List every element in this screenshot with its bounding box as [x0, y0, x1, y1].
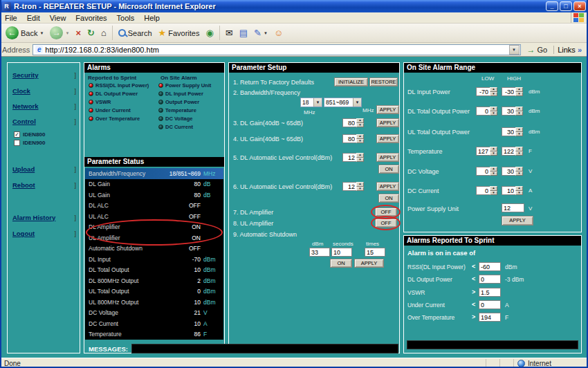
- spinner-arrows[interactable]: [490, 186, 497, 195]
- spinner-down-icon[interactable]: [356, 158, 364, 163]
- mail-button[interactable]: ✉: [223, 26, 236, 40]
- spinner-arrows[interactable]: [515, 186, 523, 195]
- messenger-button[interactable]: ☺: [271, 26, 286, 40]
- chevron-down-icon[interactable]: [264, 31, 268, 35]
- sidebar-item-label[interactable]: Security: [12, 71, 39, 79]
- sprint-threshold-input[interactable]: [479, 300, 501, 309]
- range-low-input[interactable]: [476, 107, 490, 116]
- apply-bandwidth-button[interactable]: APPLY: [376, 105, 399, 114]
- range-high-spinner[interactable]: [502, 127, 523, 136]
- sidebar-item-label[interactable]: Control: [12, 118, 36, 125]
- shutdown-dbm-input[interactable]: [309, 248, 330, 257]
- spinner-arrows[interactable]: [490, 107, 497, 116]
- ul-alc-spinner[interactable]: [342, 182, 364, 191]
- range-high-input[interactable]: [502, 186, 515, 195]
- dl-alc-on-button[interactable]: ON: [378, 165, 399, 174]
- spinner-arrows[interactable]: [356, 182, 364, 191]
- range-high-input[interactable]: [502, 127, 515, 136]
- menu-view[interactable]: View: [45, 13, 71, 23]
- sidebar-item-upload[interactable]: Upload]: [12, 165, 76, 173]
- dl-gain-spinner[interactable]: [342, 118, 364, 127]
- sidebar-item-label[interactable]: Network: [12, 102, 38, 110]
- frequency-select[interactable]: 851~869: [324, 98, 362, 107]
- shutdown-on-button[interactable]: ON: [330, 259, 352, 268]
- ul-alc-on-button[interactable]: ON: [378, 194, 399, 203]
- range-low-input[interactable]: [476, 186, 490, 195]
- spinner-down-icon[interactable]: [515, 92, 523, 97]
- sidebar-item-label[interactable]: Upload: [12, 165, 35, 173]
- sidebar-item-security[interactable]: Security]: [12, 71, 76, 79]
- spinner-arrows[interactable]: [356, 134, 364, 143]
- range-high-input[interactable]: [502, 167, 515, 176]
- sprint-threshold-input[interactable]: [479, 262, 501, 271]
- dl-gain-input[interactable]: [342, 118, 356, 127]
- range-high-input[interactable]: [502, 87, 515, 96]
- sprint-threshold-input[interactable]: [479, 288, 501, 297]
- links-bar[interactable]: Links »: [553, 46, 586, 54]
- restore-button[interactable]: RESTORE: [369, 77, 398, 86]
- menu-edit[interactable]: Edit: [22, 13, 45, 23]
- spinner-down-icon[interactable]: [515, 191, 523, 196]
- apply-dl-gain-button[interactable]: APPLY: [376, 118, 399, 127]
- iden800-checkbox[interactable]: [14, 131, 20, 138]
- apply-ul-alc-button[interactable]: APPLY: [376, 182, 399, 191]
- dl-amplifier-off-button[interactable]: OFF: [375, 208, 397, 217]
- sidebar-item-clock[interactable]: Clock]: [12, 87, 76, 95]
- maximize-button[interactable]: □: [560, 1, 572, 11]
- range-low-spinner[interactable]: [476, 107, 497, 116]
- spinner-down-icon[interactable]: [490, 191, 497, 196]
- iden800-checkbox-row[interactable]: IDEN800: [14, 131, 45, 138]
- stop-button[interactable]: ×: [73, 26, 84, 40]
- initialize-button[interactable]: INITIALIZE: [334, 77, 368, 86]
- range-high-spinner[interactable]: [502, 167, 523, 176]
- range-high-spinner[interactable]: [502, 186, 523, 195]
- range-high-spinner[interactable]: [502, 147, 523, 156]
- menu-help[interactable]: Help: [139, 13, 165, 23]
- print-button[interactable]: ▤: [237, 26, 250, 40]
- range-low-input[interactable]: [476, 147, 490, 156]
- sprint-threshold-input[interactable]: [479, 313, 501, 322]
- chevron-down-icon[interactable]: [313, 98, 322, 107]
- iden900-checkbox[interactable]: [14, 140, 20, 146]
- home-button[interactable]: ⌂: [98, 26, 109, 40]
- range-high-input[interactable]: [502, 107, 515, 116]
- range-low-spinner[interactable]: [476, 147, 497, 156]
- spinner-down-icon[interactable]: [515, 172, 523, 176]
- spinner-arrows[interactable]: [490, 167, 497, 176]
- spinner-down-icon[interactable]: [490, 92, 497, 97]
- window-titlebar[interactable]: R R-tron - REPEATER SETUP - Microsoft In…: [0, 0, 588, 12]
- sidebar-item-network[interactable]: Network]: [12, 102, 76, 110]
- address-input[interactable]: [45, 45, 506, 55]
- spinner-arrows[interactable]: [490, 147, 497, 156]
- sidebar-item-reboot[interactable]: Reboot]: [12, 181, 76, 189]
- menu-file[interactable]: File: [0, 13, 22, 23]
- ul-gain-input[interactable]: [342, 134, 356, 143]
- sidebar-item-logout[interactable]: Logout]: [12, 230, 76, 237]
- spinner-down-icon[interactable]: [515, 151, 523, 156]
- address-dropdown-button[interactable]: [509, 45, 520, 55]
- range-low-input[interactable]: [476, 167, 490, 176]
- spinner-arrows[interactable]: [515, 107, 523, 116]
- apply-dl-alc-button[interactable]: APPLY: [376, 153, 399, 162]
- spinner-arrows[interactable]: [515, 87, 523, 96]
- dl-alc-spinner[interactable]: [342, 153, 364, 162]
- apply-ul-gain-button[interactable]: APPLY: [376, 134, 399, 143]
- range-low-spinner[interactable]: [476, 87, 497, 96]
- menu-tools[interactable]: Tools: [112, 13, 140, 23]
- ul-alc-input[interactable]: [342, 182, 356, 191]
- spinner-arrows[interactable]: [515, 127, 523, 136]
- range-low-spinner[interactable]: [476, 167, 497, 176]
- range-apply-button[interactable]: APPLY: [502, 216, 533, 226]
- iden900-checkbox-row[interactable]: IDEN900: [14, 140, 45, 146]
- favorites-button[interactable]: ★ Favorites: [156, 26, 203, 40]
- bandwidth-select[interactable]: 18: [300, 98, 322, 107]
- shutdown-apply-button[interactable]: APPLY: [354, 259, 384, 268]
- sidebar-item-control[interactable]: Control]: [12, 118, 76, 125]
- ul-amplifier-off-button[interactable]: OFF: [375, 219, 397, 228]
- spinner-arrows[interactable]: [515, 147, 523, 156]
- back-button[interactable]: ← Back: [3, 25, 46, 41]
- range-high-spinner[interactable]: [502, 107, 523, 116]
- spinner-down-icon[interactable]: [490, 151, 497, 156]
- chevron-down-icon[interactable]: [39, 31, 44, 35]
- range-low-input[interactable]: [476, 87, 490, 96]
